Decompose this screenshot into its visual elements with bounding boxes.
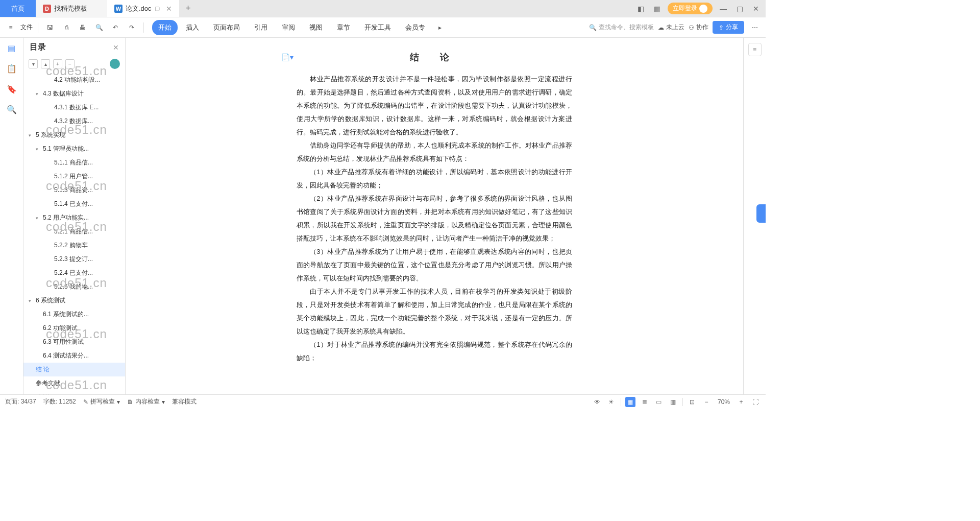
outline-item[interactable]: 结 论 — [23, 363, 125, 376]
outline-item[interactable]: 5.2.4 已支付... — [23, 266, 125, 280]
outline-item[interactable]: 6.4 测试结果分... — [23, 349, 125, 363]
zoom-fit-icon[interactable]: ⊡ — [687, 397, 697, 407]
outline-item[interactable]: 5.1.2 用户管... — [23, 170, 125, 183]
menu-tab-审阅[interactable]: 审阅 — [276, 20, 301, 35]
undo-icon[interactable]: ↶ — [109, 21, 122, 34]
view-web-icon[interactable]: ▥ — [668, 397, 678, 407]
tab-home[interactable]: 首页 — [0, 0, 36, 17]
doc-check-icon: 🗎 — [127, 398, 133, 406]
add-heading-icon[interactable]: + — [53, 59, 62, 68]
export-icon[interactable]: ⎙ — [60, 21, 73, 34]
menu-tab-章节[interactable]: 章节 — [331, 20, 356, 35]
hamburger-icon[interactable]: ≡ — [4, 21, 17, 34]
spell-check[interactable]: ✎拼写检查▾ — [83, 397, 120, 406]
outline-item[interactable]: 参考文献 — [23, 376, 125, 390]
collab-button[interactable]: ⚇ 协作 — [689, 23, 708, 32]
ribbon-menu-bar: ≡ 文件 🖫 ⎙ 🖶 🔍 ↶ ↷ 开始插入页面布局引用审阅视图章节开发工具会员专… — [0, 17, 766, 38]
menu-tab-页面布局[interactable]: 页面布局 — [207, 20, 246, 35]
document-area[interactable]: 📄▾ 结 论 林业产品推荐系统的开发设计并不是一件轻松事，因为毕设制作都是依照一… — [126, 38, 743, 394]
tab-template-store[interactable]: D 找稻壳模板 — [36, 0, 107, 17]
cloud-status[interactable]: ☁ 未上云 — [658, 23, 684, 32]
view-reading-icon[interactable]: ▭ — [654, 397, 664, 407]
zoom-in-icon[interactable]: + — [736, 397, 746, 407]
close-window-button[interactable]: ✕ — [750, 3, 762, 14]
outline-label: 结 论 — [36, 365, 50, 374]
menu-tab-开发工具[interactable]: 开发工具 — [358, 20, 397, 35]
outline-item[interactable]: 5.2.2 购物车 — [23, 239, 125, 252]
search-rail-icon[interactable]: 🔍 — [6, 103, 18, 115]
menu-tab-会员专[interactable]: 会员专 — [399, 20, 431, 35]
outline-item[interactable]: 致 谢 — [23, 390, 125, 394]
close-tab-icon[interactable]: ✕ — [166, 5, 172, 13]
compat-mode[interactable]: 兼容模式 — [172, 397, 197, 406]
outline-item[interactable]: 6.2 功能测试 — [23, 321, 125, 335]
outline-tree: 4.2 功能结构设...▾4.3 数据库设计4.3.1 数据库 E...4.3.… — [23, 71, 125, 394]
outline-item[interactable]: 5.1.3 商品资... — [23, 183, 125, 197]
layout-icon[interactable]: ◧ — [635, 3, 646, 14]
menu-tab-插入[interactable]: 插入 — [180, 20, 205, 35]
outline-item[interactable]: ▾5 系统实现 — [23, 128, 125, 142]
menu-file[interactable]: 文件 — [20, 23, 33, 32]
redo-icon[interactable]: ↷ — [125, 21, 138, 34]
outline-item[interactable]: 6.1 系统测试的... — [23, 307, 125, 321]
fullscreen-icon[interactable]: ⛶ — [750, 397, 761, 407]
right-panel-toggle-icon[interactable]: ≡ — [748, 43, 762, 56]
brightness-icon[interactable]: ☀ — [606, 397, 617, 407]
preview-icon[interactable]: 🔍 — [92, 21, 106, 34]
login-button[interactable]: 立即登录 — [668, 3, 713, 14]
outline-item[interactable]: ▾5.2 用户功能实... — [23, 211, 125, 225]
outline-item[interactable]: 5.2.5 我的地... — [23, 280, 125, 294]
caret-icon: ▾ — [36, 147, 41, 152]
outline-item[interactable]: 4.3.1 数据库 E... — [23, 101, 125, 114]
menu-tab-引用[interactable]: 引用 — [248, 20, 274, 35]
outline-item[interactable]: 5.1.4 已支付... — [23, 197, 125, 211]
remove-heading-icon[interactable]: − — [65, 59, 75, 68]
view-page-icon[interactable]: ▦ — [625, 397, 635, 407]
outline-item[interactable]: 4.2 功能结构设... — [23, 73, 125, 87]
content-check[interactable]: 🗎内容检查▾ — [127, 397, 165, 406]
new-tab-button[interactable]: + — [179, 0, 198, 17]
word-count[interactable]: 字数: 11252 — [43, 397, 76, 406]
clipboard-icon[interactable]: 📋 — [6, 62, 18, 75]
share-button[interactable]: ⇪ 分享 — [713, 21, 744, 34]
ai-avatar-icon[interactable] — [110, 59, 120, 69]
window-preview-icon[interactable]: ▢ — [155, 5, 160, 12]
outline-label: 5 系统实现 — [36, 131, 65, 139]
collapse-all-icon[interactable]: ▾ — [29, 59, 38, 68]
tab-document[interactable]: W 论文.doc ▢ ✕ — [107, 0, 179, 17]
eye-icon[interactable]: 👁 — [592, 397, 602, 407]
outline-item[interactable]: 6.3 可用性测试 — [23, 335, 125, 349]
command-search[interactable]: 🔍 查找命令、搜索模板 — [589, 23, 654, 32]
outline-item[interactable]: 5.2.1 商品信... — [23, 225, 125, 239]
outline-label: 4.3.2 数据库... — [54, 117, 93, 126]
zoom-out-icon[interactable]: − — [701, 397, 712, 407]
outline-label: 4.3.1 数据库 E... — [54, 103, 99, 112]
expand-all-icon[interactable]: ▴ — [41, 59, 50, 68]
print-icon[interactable]: 🖶 — [76, 21, 89, 34]
outline-icon[interactable]: ▤ — [6, 42, 18, 54]
side-drawer-handle[interactable] — [756, 204, 766, 223]
caret-icon: ▾ — [36, 216, 41, 221]
view-outline-icon[interactable]: ≣ — [640, 397, 650, 407]
outline-item[interactable]: 5.1.1 商品信... — [23, 156, 125, 170]
word-icon: W — [114, 5, 122, 13]
outline-item[interactable]: ▾4.3 数据库设计 — [23, 87, 125, 101]
save-icon[interactable]: 🖫 — [43, 21, 57, 34]
page-indicator[interactable]: 页面: 34/37 — [5, 397, 36, 406]
more-menu-icon[interactable]: ⋯ — [748, 21, 762, 34]
zoom-level[interactable]: 70% — [716, 398, 732, 406]
outline-label: 致 谢 — [36, 393, 50, 394]
apps-icon[interactable]: ▦ — [651, 3, 663, 14]
close-outline-icon[interactable]: ✕ — [113, 43, 119, 52]
bookmark-icon[interactable]: 🔖 — [6, 83, 18, 95]
menu-tab-视图[interactable]: 视图 — [303, 20, 329, 35]
maximize-button[interactable]: ▢ — [734, 3, 745, 14]
minimize-button[interactable]: — — [718, 3, 729, 14]
page-marker-icon[interactable]: 📄▾ — [281, 53, 293, 61]
menu-tab-开始[interactable]: 开始 — [152, 20, 178, 35]
outline-item[interactable]: 4.3.2 数据库... — [23, 114, 125, 128]
ribbon-more-icon[interactable]: ▸ — [433, 21, 447, 34]
outline-item[interactable]: 5.2.3 提交订... — [23, 252, 125, 266]
outline-item[interactable]: ▾6 系统测试 — [23, 294, 125, 307]
outline-item[interactable]: ▾5.1 管理员功能... — [23, 142, 125, 156]
